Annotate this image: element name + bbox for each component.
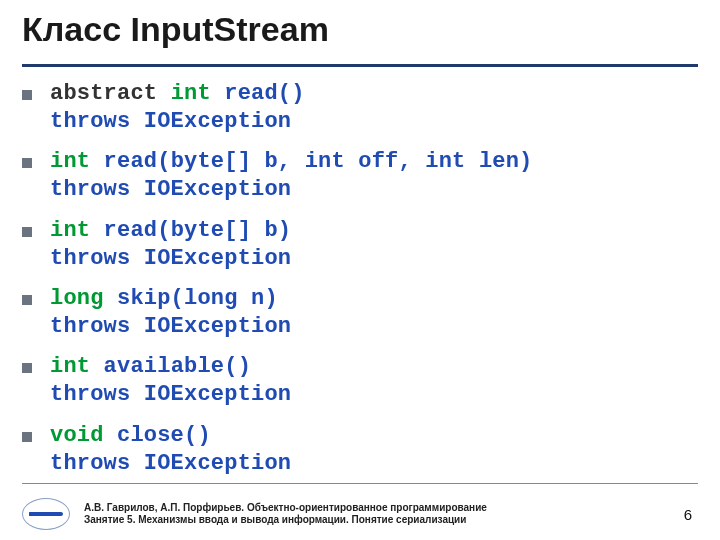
return-type: int — [50, 218, 90, 243]
return-type: void — [50, 423, 104, 448]
method-signature: read(byte[] b, int off, int len) — [90, 149, 532, 174]
return-type: int — [50, 149, 90, 174]
method-signature: read(byte[] b) — [90, 218, 291, 243]
method-signature: close() — [104, 423, 211, 448]
throws-clause: throws IOException — [50, 109, 291, 134]
footer: А.В. Гаврилов, А.П. Порфирьев. Объектно-… — [22, 498, 698, 530]
footer-text: А.В. Гаврилов, А.П. Порфирьев. Объектно-… — [84, 502, 487, 527]
bullet-icon — [22, 432, 32, 442]
keyword-abstract: abstract — [50, 81, 171, 106]
title-underline — [22, 64, 698, 67]
return-type: long — [50, 286, 104, 311]
bullet-icon — [22, 158, 32, 168]
footer-line-1: А.В. Гаврилов, А.П. Порфирьев. Объектно-… — [84, 502, 487, 515]
method-signature: skip(long n) — [104, 286, 278, 311]
bullet-icon — [22, 295, 32, 305]
throws-clause: throws IOException — [50, 382, 291, 407]
list-item: int read(byte[] b, int off, int len) thr… — [22, 148, 698, 204]
list-item: long skip(long n) throws IOException — [22, 285, 698, 341]
method-signature: available() — [90, 354, 251, 379]
return-type: int — [171, 81, 211, 106]
footer-line-2: Занятие 5. Механизмы ввода и вывода инфо… — [84, 514, 487, 527]
throws-clause: throws IOException — [50, 177, 291, 202]
list-item: abstract int read() throws IOException — [22, 80, 698, 136]
slide-title: Класс InputStream — [22, 10, 329, 49]
logo-icon — [22, 498, 70, 530]
list-item: int read(byte[] b) throws IOException — [22, 217, 698, 273]
throws-clause: throws IOException — [50, 246, 291, 271]
content-area: abstract int read() throws IOException i… — [22, 80, 698, 490]
bullet-icon — [22, 227, 32, 237]
throws-clause: throws IOException — [50, 314, 291, 339]
list-item: int available() throws IOException — [22, 353, 698, 409]
slide: Класс InputStream abstract int read() th… — [0, 0, 720, 540]
bullet-icon — [22, 90, 32, 100]
bullet-icon — [22, 363, 32, 373]
list-item: void close() throws IOException — [22, 422, 698, 478]
throws-clause: throws IOException — [50, 451, 291, 476]
footer-separator — [22, 483, 698, 484]
method-signature: read() — [211, 81, 305, 106]
return-type: int — [50, 354, 90, 379]
page-number: 6 — [684, 506, 698, 523]
